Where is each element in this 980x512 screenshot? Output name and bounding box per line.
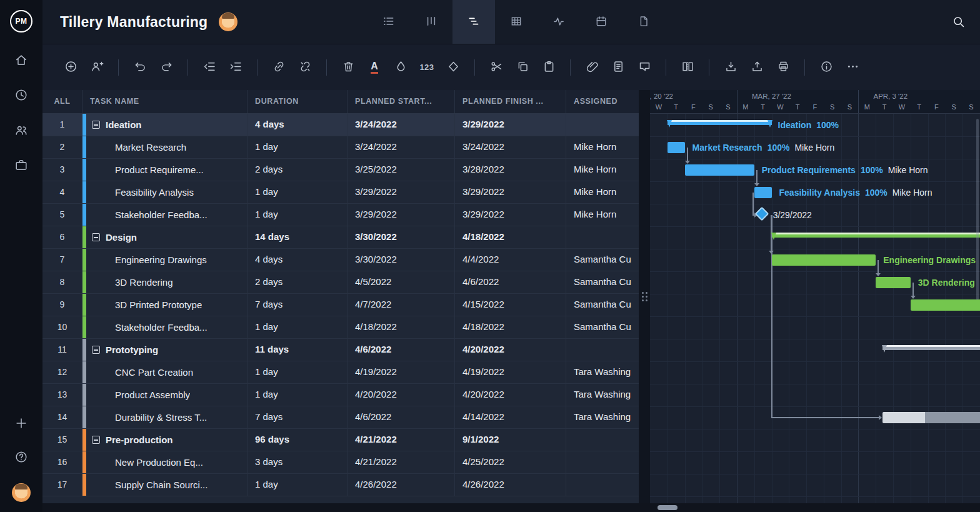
project-owner-avatar[interactable] xyxy=(219,13,238,31)
row-number[interactable]: 4 xyxy=(42,181,82,203)
copy-button[interactable] xyxy=(511,56,534,79)
view-tab-activity[interactable] xyxy=(538,0,580,44)
duration-cell[interactable]: 2 days xyxy=(248,271,348,293)
task-name-cell[interactable]: 3D Rendering xyxy=(82,271,248,293)
table-row[interactable]: 7Engineering Drawings4 days3/30/20224/4/… xyxy=(42,249,639,271)
delete-task-button[interactable] xyxy=(337,56,359,79)
table-row[interactable]: 4Feasibility Analysis1 day3/29/20223/29/… xyxy=(42,181,639,204)
assigned-cell[interactable]: Samantha Cu xyxy=(566,294,639,316)
column-header-duration[interactable]: DURATION xyxy=(248,90,348,113)
assigned-cell[interactable] xyxy=(566,429,639,451)
planned-finish-cell[interactable]: 4/4/2022 xyxy=(455,249,566,271)
duration-cell[interactable]: 11 days xyxy=(248,339,348,361)
planned-start-cell[interactable]: 3/24/2022 xyxy=(348,114,455,136)
table-row[interactable]: 3Product Requireme...2 days3/25/20223/28… xyxy=(42,159,639,181)
row-number[interactable]: 17 xyxy=(42,474,82,496)
view-tab-list[interactable] xyxy=(368,0,410,44)
sidebar-item-home[interactable] xyxy=(13,53,29,69)
notes-button[interactable] xyxy=(607,56,629,79)
duration-cell[interactable]: 1 day xyxy=(248,474,348,496)
row-number[interactable]: 10 xyxy=(42,316,82,338)
text-color-button[interactable]: A xyxy=(363,56,386,79)
print-button[interactable] xyxy=(772,56,794,79)
task-name-cell[interactable]: Design xyxy=(82,226,248,248)
assigned-cell[interactable]: Tara Washing xyxy=(566,384,639,406)
view-tab-sheet[interactable] xyxy=(495,0,538,44)
import-button[interactable] xyxy=(719,56,742,79)
column-header-start[interactable]: PLANNED START... xyxy=(348,90,455,113)
gantt-summary-bar[interactable] xyxy=(772,233,980,238)
planned-finish-cell[interactable]: 3/29/2022 xyxy=(455,204,566,226)
assigned-cell[interactable]: Samantha Cu xyxy=(566,249,639,271)
columns-button[interactable] xyxy=(676,56,699,79)
row-number[interactable]: 12 xyxy=(42,361,82,383)
table-row[interactable]: 17Supply Chain Sourci...1 day4/26/20224/… xyxy=(42,474,639,496)
planned-start-cell[interactable]: 4/6/2022 xyxy=(348,339,455,361)
duration-cell[interactable]: 14 days xyxy=(248,226,348,248)
user-avatar[interactable] xyxy=(12,483,31,502)
task-name-cell[interactable]: Stakeholder Feedba... xyxy=(82,204,248,226)
planned-start-cell[interactable]: 4/21/2022 xyxy=(348,429,455,451)
assigned-cell[interactable]: Samantha Cu xyxy=(566,271,639,293)
assigned-cell[interactable] xyxy=(566,339,639,361)
assign-user-button[interactable] xyxy=(86,56,108,79)
table-row[interactable]: 1Ideation4 days3/24/20223/29/2022 xyxy=(42,114,639,136)
gantt-task-bar[interactable] xyxy=(754,187,772,198)
task-name-cell[interactable]: Stakeholder Feedba... xyxy=(82,316,248,338)
attachment-button[interactable] xyxy=(581,56,603,79)
row-number[interactable]: 14 xyxy=(42,406,82,428)
redo-button[interactable] xyxy=(155,56,178,79)
view-tab-board[interactable] xyxy=(410,0,452,44)
gantt-summary-bar[interactable] xyxy=(882,345,980,350)
gantt-task-bar[interactable] xyxy=(911,299,980,311)
gantt-summary-bar[interactable] xyxy=(668,120,772,125)
table-row[interactable]: 2Market Research1 day3/24/20223/24/2022M… xyxy=(42,136,639,159)
planned-finish-cell[interactable]: 3/28/2022 xyxy=(455,159,566,181)
assigned-cell[interactable] xyxy=(566,474,639,496)
planned-start-cell[interactable]: 3/30/2022 xyxy=(348,249,455,271)
duration-cell[interactable]: 2 days xyxy=(248,159,348,181)
collapse-toggle-icon[interactable] xyxy=(92,233,100,241)
outdent-button[interactable] xyxy=(198,56,221,79)
pm-logo[interactable]: PM xyxy=(10,10,32,33)
link-tasks-button[interactable] xyxy=(268,56,290,79)
column-header-all[interactable]: ALL xyxy=(42,90,82,113)
comment-button[interactable] xyxy=(633,56,656,79)
indent-button[interactable] xyxy=(224,56,247,79)
duration-cell[interactable]: 1 day xyxy=(248,384,348,406)
planned-start-cell[interactable]: 3/29/2022 xyxy=(348,181,455,203)
duration-cell[interactable]: 3 days xyxy=(248,451,348,473)
search-button[interactable] xyxy=(951,15,965,29)
table-row[interactable]: 12CNC Part Creation1 day4/19/20224/19/20… xyxy=(42,361,639,384)
assigned-cell[interactable]: Tara Washing xyxy=(566,406,639,428)
more-options-button[interactable] xyxy=(841,56,864,79)
row-number[interactable]: 13 xyxy=(42,384,82,406)
planned-start-cell[interactable]: 4/21/2022 xyxy=(348,451,455,473)
task-name-cell[interactable]: Supply Chain Sourci... xyxy=(82,474,248,496)
gantt-milestone[interactable] xyxy=(754,207,769,221)
table-row[interactable]: 15Pre-production96 days4/21/20229/1/2022 xyxy=(42,429,639,451)
paste-button[interactable] xyxy=(538,56,560,79)
row-number[interactable]: 11 xyxy=(42,339,82,361)
fill-color-button[interactable] xyxy=(389,56,412,79)
sidebar-item-team[interactable] xyxy=(13,123,29,139)
number-format-button[interactable]: 123 xyxy=(416,56,438,79)
table-row[interactable]: 16New Production Eq...3 days4/21/20224/2… xyxy=(42,451,639,474)
info-button[interactable] xyxy=(815,56,838,79)
duration-cell[interactable]: 7 days xyxy=(248,294,348,316)
view-tab-gantt[interactable] xyxy=(452,0,495,44)
planned-finish-cell[interactable]: 4/25/2022 xyxy=(455,451,566,473)
task-name-cell[interactable]: CNC Part Creation xyxy=(82,361,248,383)
horizontal-scrollbar-thumb[interactable] xyxy=(658,505,678,510)
pane-resizer[interactable] xyxy=(639,90,650,503)
planned-start-cell[interactable]: 4/7/2022 xyxy=(348,294,455,316)
row-number[interactable]: 5 xyxy=(42,204,82,226)
gantt-vertical-scrollbar[interactable] xyxy=(976,119,979,300)
planned-finish-cell[interactable]: 4/15/2022 xyxy=(455,294,566,316)
planned-start-cell[interactable]: 4/20/2022 xyxy=(348,384,455,406)
table-row[interactable]: 10Stakeholder Feedba...1 day4/18/20224/1… xyxy=(42,316,639,339)
task-name-cell[interactable]: New Production Eq... xyxy=(82,451,248,473)
row-number[interactable]: 16 xyxy=(42,451,82,473)
planned-start-cell[interactable]: 4/26/2022 xyxy=(348,474,455,496)
assigned-cell[interactable]: Tara Washing xyxy=(566,361,639,383)
